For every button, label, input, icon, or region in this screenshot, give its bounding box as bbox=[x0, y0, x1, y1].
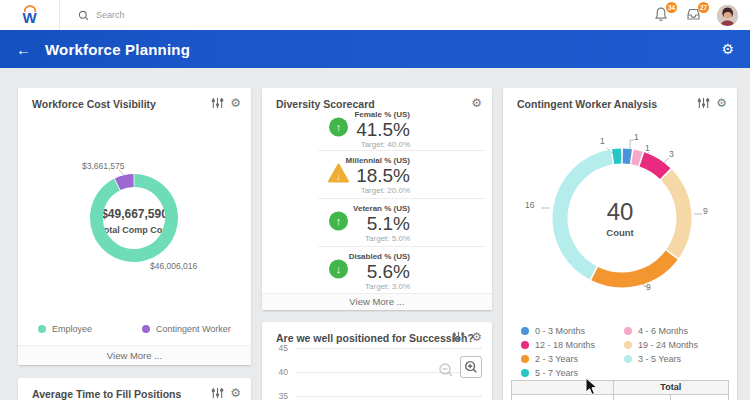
table-header-total: Total bbox=[614, 381, 728, 394]
kpi-label: Disabled % (US) bbox=[349, 251, 410, 260]
chart-settings-icon[interactable] bbox=[211, 387, 224, 399]
legend-label: 0 - 3 Months bbox=[535, 326, 585, 336]
card-title: Average Time to Fill Positions bbox=[32, 388, 181, 400]
legend-label: Employee bbox=[52, 324, 92, 334]
notifications-badge: 34 bbox=[666, 2, 677, 13]
y-axis-tick: 45 bbox=[272, 343, 288, 353]
legend-label: 12 - 18 Months bbox=[535, 340, 595, 350]
svg-text:↓: ↓ bbox=[336, 172, 341, 182]
legend-dot-icon bbox=[624, 341, 632, 349]
kpi-value: 5.6% bbox=[349, 260, 410, 281]
search-input[interactable]: Search bbox=[60, 0, 653, 30]
view-more-link[interactable]: View More ... bbox=[18, 345, 251, 365]
legend-item-3-5-years[interactable]: 3 - 5 Years bbox=[624, 354, 681, 364]
card-average-time-to-fill: Average Time to Fill Positions ⚙ bbox=[18, 378, 251, 400]
legend-item-19-24-months[interactable]: 19 - 24 Months bbox=[624, 340, 698, 350]
zoom-in-icon bbox=[464, 360, 478, 374]
y-axis-tick: 35 bbox=[272, 391, 288, 400]
card-succession: Are we well positioned for Succession? ⚙… bbox=[262, 322, 492, 400]
legend-label: 2 - 3 Years bbox=[535, 354, 578, 364]
kpi-label: Millennial % (US) bbox=[346, 155, 410, 164]
gridline bbox=[296, 396, 482, 397]
search-placeholder: Search bbox=[96, 10, 125, 20]
donut-value-label: $46,006,016 bbox=[150, 261, 197, 271]
card-contingent-worker-analysis: Contingent Worker Analysis ⚙ 40 Count 11… bbox=[503, 88, 737, 400]
donut-segment-19-24-months[interactable] bbox=[666, 175, 684, 254]
donut-ring[interactable] bbox=[532, 128, 712, 308]
contingent-table: Total bbox=[511, 380, 729, 400]
legend-label: 19 - 24 Months bbox=[638, 340, 698, 350]
succession-chart: 454035 bbox=[262, 322, 492, 400]
legend-item-4-6-months[interactable]: 4 - 6 Months bbox=[624, 326, 688, 336]
donut-ring[interactable] bbox=[54, 138, 214, 298]
donut-segment-contingent-worker[interactable] bbox=[118, 181, 134, 185]
kpi-value: 5.1% bbox=[353, 212, 410, 233]
legend-dot-icon bbox=[521, 327, 529, 335]
back-arrow-icon[interactable]: ← bbox=[16, 42, 31, 57]
donut-value-label: 3 bbox=[669, 149, 674, 159]
topbar-actions: 34 27 bbox=[653, 5, 750, 26]
zoom-in-button[interactable] bbox=[460, 356, 482, 378]
kpi-target: Target: 20.0% bbox=[346, 185, 410, 194]
donut-segment-2-3-years[interactable] bbox=[595, 255, 672, 280]
donut-segment-employee[interactable] bbox=[97, 181, 172, 256]
kpi-label: Veteran % (US) bbox=[353, 203, 410, 212]
table-header-row: Total bbox=[512, 381, 728, 394]
kpi-row-veteran-us-: ↑Veteran % (US)5.1%Target: 5.0% bbox=[262, 199, 492, 246]
donut-value-label: 1 bbox=[600, 136, 605, 146]
donut-segment-3-5-years[interactable] bbox=[560, 157, 611, 273]
kpi-row-millennial-us-: ↓Millennial % (US)18.5%Target: 20.0% bbox=[262, 151, 492, 198]
table-row bbox=[512, 394, 728, 400]
legend-item-12-18-months[interactable]: 12 - 18 Months bbox=[521, 340, 595, 350]
top-bar: W Search 34 27 bbox=[0, 0, 750, 30]
legend-item-5-7-years[interactable]: 5 - 7 Years bbox=[521, 368, 578, 378]
legend-item-employee[interactable]: Employee bbox=[38, 324, 92, 334]
y-axis-tick: 40 bbox=[272, 367, 288, 377]
kpi-status-down-green-icon: ↓ bbox=[328, 259, 349, 283]
card-workforce-cost-visibility: Workforce Cost Visibility ⚙ $49,667,590 … bbox=[18, 88, 251, 365]
donut-segment-4-6-months[interactable] bbox=[633, 157, 641, 159]
notifications-button[interactable]: 34 bbox=[653, 6, 671, 24]
page-title: Workforce Planning bbox=[45, 41, 190, 58]
workday-logo[interactable]: W bbox=[0, 0, 60, 30]
page-settings-gear-icon[interactable]: ⚙ bbox=[721, 41, 734, 57]
legend-item-0-3-months[interactable]: 0 - 3 Months bbox=[521, 326, 585, 336]
inbox-button[interactable]: 27 bbox=[685, 6, 703, 24]
kpi-list: ↑Female % (US)41.5%Target: 40.0%↓Millenn… bbox=[262, 108, 492, 294]
legend-dot-icon bbox=[624, 355, 632, 363]
zoom-out-button[interactable] bbox=[438, 362, 454, 378]
donut-value-label: 1 bbox=[634, 132, 639, 142]
svg-text:↑: ↑ bbox=[336, 215, 342, 227]
card-gear-icon[interactable]: ⚙ bbox=[230, 387, 241, 399]
legend-dot-icon bbox=[521, 355, 529, 363]
legend-label: 5 - 7 Years bbox=[535, 368, 578, 378]
kpi-row-disabled-us-: ↓Disabled % (US)5.6%Target: 3.0% bbox=[262, 247, 492, 294]
legend-dot-icon bbox=[38, 325, 46, 333]
donut-segment-12-18-months[interactable] bbox=[642, 159, 665, 173]
kpi-target: Target: 40.0% bbox=[354, 140, 410, 149]
view-more-link[interactable]: View More ... bbox=[262, 293, 492, 310]
kpi-text-block: Millennial % (US)18.5%Target: 20.0% bbox=[346, 155, 410, 194]
svg-text:↑: ↑ bbox=[336, 121, 342, 133]
legend-label: 3 - 5 Years bbox=[638, 354, 681, 364]
user-avatar[interactable] bbox=[717, 5, 738, 26]
inbox-badge: 27 bbox=[698, 2, 709, 13]
donut-segment-5-7-years[interactable] bbox=[613, 156, 621, 157]
kpi-value: 41.5% bbox=[354, 119, 410, 140]
card-diversity-scorecard: Diversity Scorecard ⚙ ↑Female % (US)41.5… bbox=[262, 88, 492, 310]
legend-item-contingent-worker[interactable]: Contingent Worker bbox=[142, 324, 231, 334]
donut-value-label: 16 bbox=[525, 200, 534, 210]
donut-value-label: 9 bbox=[646, 282, 651, 292]
legend-dot-icon bbox=[521, 341, 529, 349]
workforce-cost-donut-chart: $49,667,590 Total Comp Cost $3,661,575$4… bbox=[18, 88, 251, 365]
status-circle-icon: ↓ bbox=[328, 259, 349, 279]
kpi-text-block: Female % (US)41.5%Target: 40.0% bbox=[354, 110, 410, 149]
donut-segment-0-3-months[interactable] bbox=[623, 156, 631, 157]
kpi-row-female-us-: ↑Female % (US)41.5%Target: 40.0% bbox=[262, 108, 492, 150]
legend-dot-icon bbox=[521, 369, 529, 377]
donut-value-label: 9 bbox=[703, 206, 708, 216]
contingent-worker-donut-chart: 40 Count 113991610 - 3 Months4 - 6 Month… bbox=[503, 88, 737, 400]
logo-letter: W bbox=[22, 10, 36, 25]
legend-item-2-3-years[interactable]: 2 - 3 Years bbox=[521, 354, 578, 364]
kpi-status-up-green-icon: ↑ bbox=[328, 117, 349, 141]
